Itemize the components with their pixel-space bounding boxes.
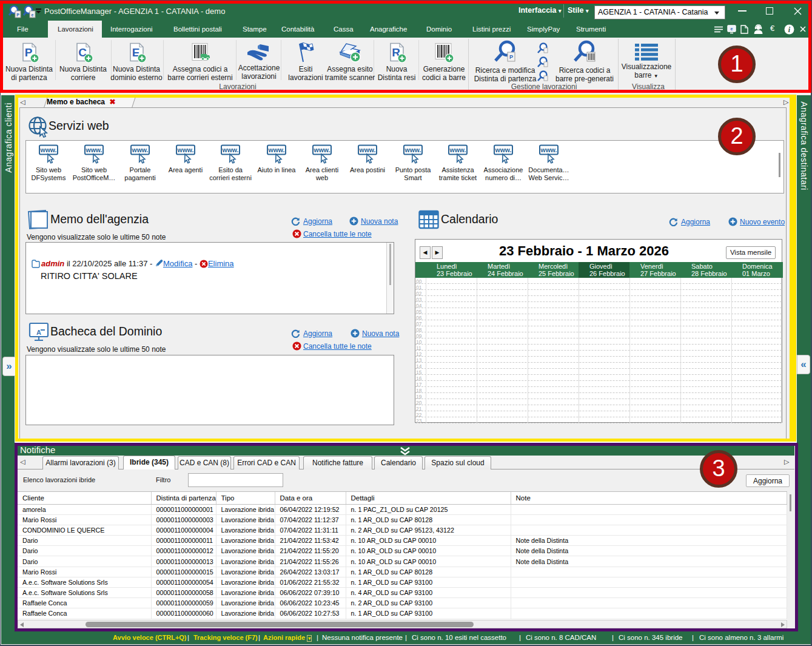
svg-text:www.: www. [267,146,284,153]
svg-text:www.: www. [313,146,330,153]
svg-text:www.: www. [131,146,148,153]
svg-text:www.: www. [494,146,511,153]
svg-text:e: e [32,13,34,17]
svg-text:www.: www. [176,146,193,153]
svg-text:www.: www. [358,146,375,153]
svg-text:www.: www. [540,146,557,153]
svg-text:P: P [16,13,19,17]
svg-text:www.: www. [39,146,56,153]
svg-text:www.: www. [85,146,102,153]
svg-text:www.: www. [449,146,466,153]
svg-text:www.: www. [221,146,238,153]
svg-text:A: A [36,329,41,336]
svg-text:e: e [731,27,733,31]
svg-text:www.: www. [404,146,421,153]
svg-text:P: P [509,54,513,60]
